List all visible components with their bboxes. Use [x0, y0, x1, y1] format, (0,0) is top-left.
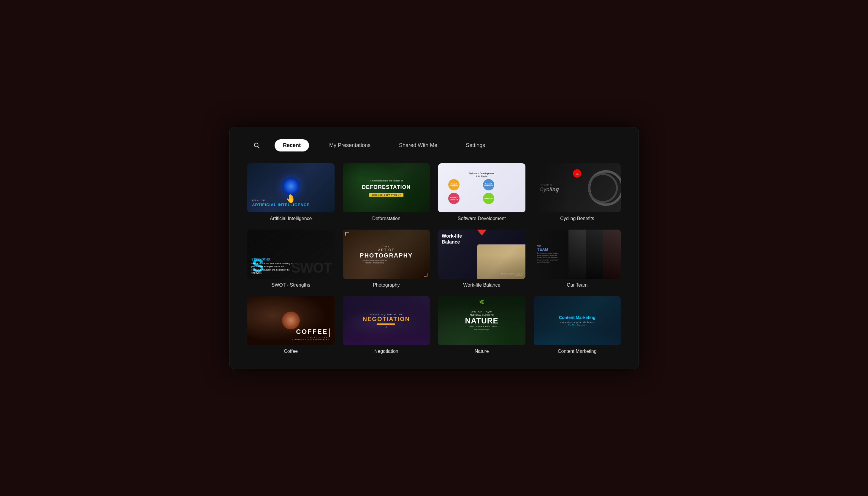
card-label-nature: Nature: [438, 349, 526, 354]
worklife-text-small: A state of equilibrium in which the dema…: [499, 273, 523, 277]
deforestation-intro: An introduction to the impact of: [362, 179, 411, 182]
card-label-software: Software Development: [438, 216, 526, 221]
negotiation-bar: [377, 323, 395, 325]
card-deforestation[interactable]: An introduction to the impact of DEFORES…: [343, 164, 430, 221]
negotiation-text: Mastering the art of NEGOTIATION 8: [363, 313, 410, 328]
card-label-ourteam: Our Team: [534, 282, 621, 288]
deforestation-title: DEFORESTATION: [362, 184, 411, 191]
worklife-title: Work-life Balance: [442, 233, 462, 245]
card-photography[interactable]: THE ART OF PHOTOGRAPHY An unconventional…: [343, 230, 430, 288]
lc-circle-2: Support &Maintenance: [483, 179, 494, 190]
card-cycling-benefits[interactable]: 🚲 Benefits of Cycling Cycling Benefits: [534, 164, 621, 221]
card-label-coffee: Coffee: [247, 349, 335, 354]
ai-title: ARTIFICIAL INTELLIGENCE: [252, 202, 310, 207]
card-swot-strengths[interactable]: SWOT S STRENGTHS Internal factors that h…: [247, 230, 335, 288]
card-coffee[interactable]: COFFEE STRONG COFFEESTRONGER RELATIONSHI…: [247, 296, 335, 354]
card-content-marketing[interactable]: Content Marketing campaign to generate l…: [534, 296, 621, 354]
nature-text: STUDY, LOVE AND STAY CLOSE TO NATURE IT …: [465, 311, 498, 330]
coffee-cup: [282, 312, 300, 329]
card-label-swot: SWOT - Strengths: [247, 282, 335, 288]
photography-text: THE ART OF PHOTOGRAPHY An unconventional…: [360, 245, 413, 264]
coffee-text: COFFEE STRONG COFFEESTRONGER RELATIONSHI…: [292, 328, 329, 340]
card-artificial-intelligence[interactable]: 🤚 ERA OF ARTIFICIAL INTELLIGENCE Artific…: [247, 164, 335, 221]
lc-circle-4: Development: [483, 193, 494, 204]
lc-circle-1: Design &Prototyping: [448, 179, 460, 190]
tab-recent[interactable]: Recent: [275, 139, 309, 152]
team-text: THE TEAM Our employees are our greatest …: [537, 245, 561, 263]
svg-line-1: [258, 146, 259, 148]
software-title: Software Development Life Cycle: [469, 172, 495, 177]
card-label-deforestation: Deforestation: [343, 216, 430, 221]
swot-big-text: SWOT: [291, 260, 332, 276]
card-label-photography: Photography: [343, 282, 430, 288]
card-label-cycling: Cycling Benefits: [534, 216, 621, 221]
lc-circle-3: Concept &Brainstorm: [448, 193, 460, 204]
photo-corner-br: [424, 273, 428, 277]
card-our-team[interactable]: THE TEAM Our employees are our greatest …: [534, 230, 621, 288]
photo-corner-tl: [345, 232, 349, 235]
nature-leaf-icon: 🌿: [479, 300, 484, 305]
nav: Recent My Presentations Shared With Me S…: [247, 139, 621, 152]
worklife-triangle-top: [477, 230, 486, 235]
card-label-content-marketing: Content Marketing: [534, 349, 621, 354]
card-label-worklife: Work-life Balance: [438, 282, 526, 288]
card-label-negotiation: Negotiation: [343, 349, 430, 354]
card-nature[interactable]: 🌿 STUDY, LOVE AND STAY CLOSE TO NATURE I…: [438, 296, 526, 354]
presentation-grid: 🤚 ERA OF ARTIFICIAL INTELLIGENCE Artific…: [247, 164, 621, 354]
tab-my-presentations[interactable]: My Presentations: [321, 139, 379, 152]
content-marketing-text: Content Marketing campaign to generate l…: [559, 315, 595, 326]
tab-settings[interactable]: Settings: [457, 139, 493, 152]
search-button[interactable]: [250, 139, 263, 152]
card-worklife-balance[interactable]: Work-life Balance A state of equilibrium…: [438, 230, 526, 288]
tab-shared-with-me[interactable]: Shared With Me: [391, 139, 446, 152]
card-label-ai: Artificial Intelligence: [247, 216, 335, 221]
app-window: Recent My Presentations Shared With Me S…: [229, 127, 639, 369]
ai-era-label: ERA OF: [252, 199, 310, 203]
swot-text: STRENGTHS Internal factors that have led…: [252, 257, 293, 275]
card-software-development[interactable]: Software Development Life Cycle Design &…: [438, 164, 526, 221]
card-negotiation[interactable]: Mastering the art of NEGOTIATION 8 Negot…: [343, 296, 430, 354]
deforestation-tag: SCIENCE DEPARTMENT: [369, 193, 403, 197]
